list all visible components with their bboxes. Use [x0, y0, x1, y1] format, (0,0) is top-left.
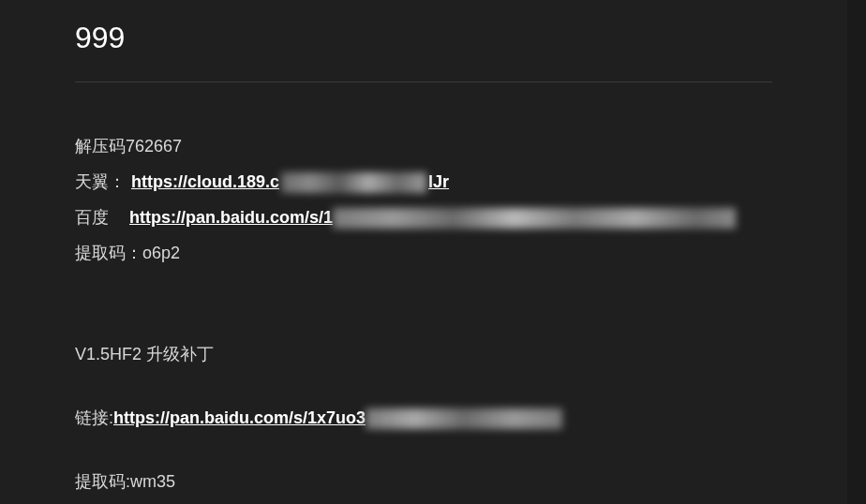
code-line-1: 提取码： o6p2: [75, 241, 772, 266]
baidu-label-1: 百度: [75, 205, 109, 230]
code-value-2: wm35: [130, 469, 175, 495]
tianyi-label: 天翼：: [75, 170, 126, 195]
code-label-1: 提取码：: [75, 241, 142, 266]
code-label-2: 提取码:: [75, 469, 130, 495]
patch-title: V1.5HF2 升级补丁: [75, 342, 214, 367]
content-container: 999 解压码762667 天翼： https://cloud.189.c lJ…: [0, 0, 847, 504]
censored-block: [366, 408, 562, 429]
baidu-link-1[interactable]: https://pan.baidu.com/s/1: [129, 205, 333, 230]
baidu-label-2: 链接:: [75, 406, 113, 431]
extract-code-line: 解压码762667: [75, 134, 772, 159]
page-title: 999: [75, 0, 772, 82]
baidu-line-1: 百度 https://pan.baidu.com/s/1: [75, 205, 772, 230]
censored-block: [281, 172, 426, 193]
baidu-line-2: 链接: https://pan.baidu.com/s/1x7uo3: [75, 406, 772, 431]
tianyi-link-suffix[interactable]: lJr: [428, 170, 449, 195]
patch-title-line: V1.5HF2 升级补丁: [75, 342, 772, 367]
baidu-link-2[interactable]: https://pan.baidu.com/s/1x7uo3: [113, 406, 366, 431]
code-value-1: o6p2: [142, 241, 180, 266]
tianyi-line: 天翼： https://cloud.189.c lJr: [75, 170, 772, 195]
censored-block: [333, 208, 736, 229]
extract-code-text: 解压码762667: [75, 134, 182, 159]
divider: [75, 82, 772, 82]
tianyi-link-prefix[interactable]: https://cloud.189.c: [131, 170, 279, 195]
code-line-2: 提取码: wm35: [75, 469, 772, 495]
